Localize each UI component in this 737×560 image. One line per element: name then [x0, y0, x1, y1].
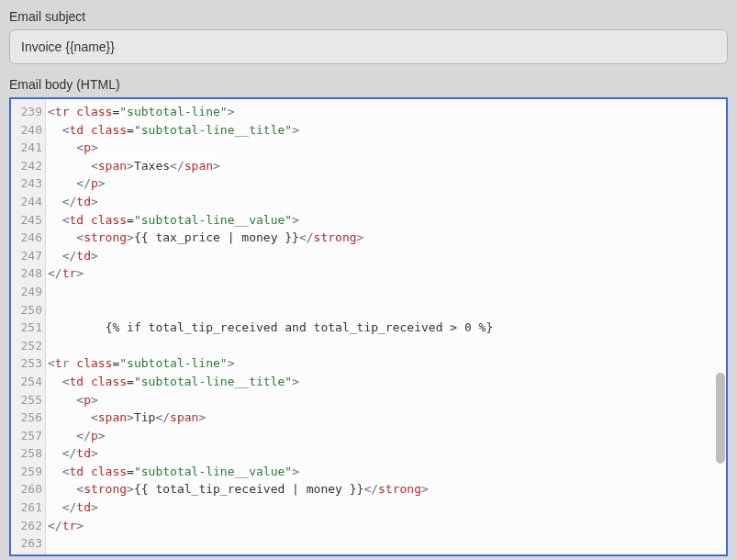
line-number: 262 — [11, 517, 45, 535]
code-line[interactable]: <strong>{{ total_tip_received | money }}… — [48, 480, 726, 498]
line-number: 259 — [11, 463, 45, 481]
line-number: 248 — [11, 264, 45, 283]
line-number: 256 — [11, 409, 45, 427]
scrollbar-thumb[interactable] — [716, 373, 725, 464]
code-line[interactable]: <span>Taxes</span> — [48, 157, 726, 175]
line-number: 246 — [11, 229, 45, 247]
line-number-gutter: 2392402412422432442452462472482492502512… — [11, 99, 46, 554]
code-line[interactable] — [48, 337, 726, 355]
line-number: 252 — [11, 337, 45, 355]
line-number: 264 — [11, 553, 45, 556]
code-line[interactable]: <span>Tip</span> — [48, 409, 726, 427]
code-line[interactable]: <tr class="subtotal-line"> — [48, 103, 726, 121]
scrollbar-track[interactable] — [713, 99, 726, 554]
code-line[interactable]: </td> — [48, 444, 726, 463]
code-line[interactable]: <strong>{{ tax_price | money }}</strong> — [48, 229, 726, 247]
code-line[interactable]: <p> — [48, 391, 726, 409]
code-line[interactable]: </p> — [48, 174, 726, 193]
line-number: 254 — [11, 373, 45, 391]
code-line[interactable]: </td> — [48, 193, 726, 211]
code-line[interactable]: {% if total_tip_received and total_tip_r… — [48, 319, 726, 337]
code-line[interactable]: <p> — [48, 139, 726, 157]
code-line[interactable]: </tr> — [48, 264, 726, 283]
code-line[interactable] — [48, 283, 726, 301]
code-line[interactable]: </tr> — [48, 517, 726, 535]
line-number: 261 — [11, 498, 45, 517]
code-line[interactable]: <td class="subtotal-line__title"> — [48, 373, 726, 391]
line-number: 251 — [11, 319, 45, 337]
code-editor[interactable]: 2392402412422432442452462472482492502512… — [9, 97, 728, 556]
line-number: 239 — [11, 103, 45, 121]
line-number: 240 — [11, 121, 45, 140]
line-number: 243 — [11, 174, 45, 193]
code-line[interactable]: <td class="subtotal-line__value"> — [48, 463, 726, 481]
line-number: 257 — [11, 427, 45, 445]
line-number: 242 — [11, 157, 45, 175]
code-line[interactable]: </td> — [48, 498, 726, 517]
code-line[interactable]: </td> — [48, 247, 726, 265]
line-number: 260 — [11, 480, 45, 498]
line-number: 241 — [11, 139, 45, 157]
code-line[interactable]: <tr class="subtotal-line"> — [48, 354, 726, 373]
line-number: 255 — [11, 391, 45, 409]
code-line[interactable]: <td class="subtotal-line__value"> — [48, 211, 726, 230]
code-line[interactable] — [48, 534, 726, 553]
subject-label: Email subject — [9, 9, 728, 24]
line-number: 244 — [11, 193, 45, 211]
line-number: 253 — [11, 354, 45, 373]
line-number: 247 — [11, 247, 45, 265]
code-line[interactable] — [48, 301, 726, 319]
code-line[interactable]: <td class="subtotal-line__title"> — [48, 121, 726, 140]
line-number: 250 — [11, 301, 45, 319]
code-line[interactable]: {% endif %} — [48, 553, 726, 554]
line-number: 245 — [11, 211, 45, 230]
line-number: 258 — [11, 444, 45, 463]
body-label: Email body (HTML) — [9, 77, 728, 92]
line-number: 263 — [11, 534, 45, 553]
code-line[interactable]: </p> — [48, 427, 726, 445]
subject-input[interactable] — [9, 29, 728, 64]
line-number: 249 — [11, 283, 45, 301]
code-content[interactable]: <tr class="subtotal-line"> <td class="su… — [46, 99, 726, 554]
